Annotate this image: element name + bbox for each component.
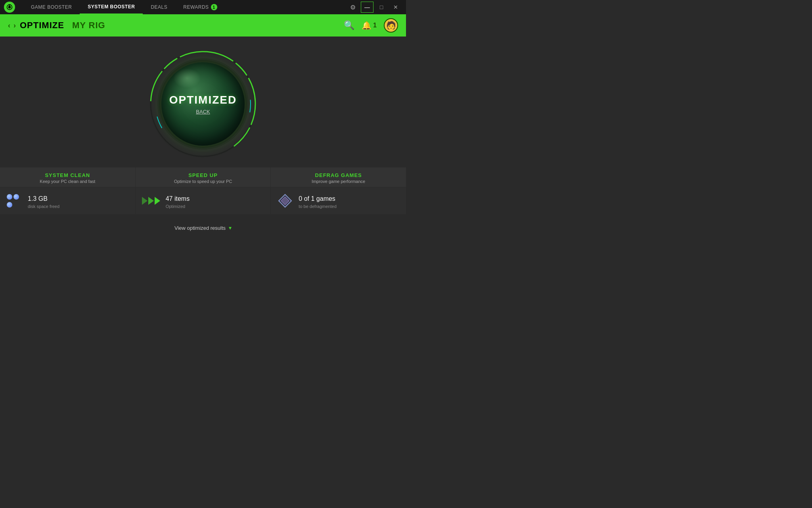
- system-clean-subtitle: Keep your PC clean and fast: [6, 179, 129, 184]
- maximize-button[interactable]: □: [375, 2, 388, 13]
- system-clean-value: 1.3 GB: [28, 193, 59, 203]
- breadcrumb-optimize[interactable]: OPTIMIZE: [20, 20, 64, 31]
- stat-details: 1.3 GB disk space freed 47 items: [0, 187, 406, 214]
- stat-card-defrag: DEFRAG GAMES Improve game performance: [271, 167, 406, 187]
- defrag-icon: [277, 193, 293, 209]
- breadcrumb-myrig[interactable]: MY RIG: [72, 20, 105, 31]
- minimize-button[interactable]: —: [361, 2, 373, 13]
- stat-detail-defrag: 0 of 1 games to be defragmented: [271, 187, 406, 214]
- optimized-label: OPTIMIZED: [169, 94, 237, 106]
- tab-game-booster[interactable]: GAME BOOSTER: [23, 0, 80, 14]
- avatar[interactable]: 🧑: [384, 18, 398, 33]
- search-icon[interactable]: 🔍: [344, 20, 354, 31]
- main-content: OPTIMIZED BACK SYSTEM CLEAN Keep your PC…: [0, 37, 406, 254]
- svg-point-1: [8, 6, 11, 8]
- app-logo: [4, 2, 15, 13]
- svg-point-2: [9, 5, 10, 6]
- defrag-info: 0 of 1 games to be defragmented: [299, 193, 336, 209]
- speed-up-info: 47 items Optimized: [166, 193, 190, 209]
- title-bar-left: GAME BOOSTER SYSTEM BOOSTER DEALS REWARD…: [4, 0, 225, 14]
- stat-card-system-clean: SYSTEM CLEAN Keep your PC clean and fast: [0, 167, 136, 187]
- system-clean-icon: [6, 194, 22, 208]
- tab-system-booster[interactable]: SYSTEM BOOSTER: [80, 0, 143, 14]
- speed-up-icon: [142, 197, 160, 205]
- bell-icon: 🔔: [362, 21, 372, 30]
- forward-arrow[interactable]: ›: [13, 21, 16, 30]
- close-button[interactable]: ✕: [389, 2, 402, 13]
- defrag-value: 0 of 1 games: [299, 193, 336, 203]
- speed-up-desc: Optimized: [166, 204, 190, 209]
- nav-arrows: ‹ ›: [8, 21, 16, 30]
- defrag-subtitle: Improve game performance: [277, 179, 400, 184]
- back-arrow[interactable]: ‹: [8, 21, 10, 30]
- notification-button[interactable]: 🔔 1: [362, 21, 377, 30]
- view-results-button[interactable]: View optimized results ▾: [174, 225, 232, 231]
- stat-detail-system-clean: 1.3 GB disk space freed: [0, 187, 136, 214]
- breadcrumb: OPTIMIZE MY RIG: [20, 20, 105, 31]
- system-clean-title: SYSTEM CLEAN: [6, 172, 129, 178]
- stat-cards-header: SYSTEM CLEAN Keep your PC clean and fast…: [0, 167, 406, 187]
- view-results-label: View optimized results: [174, 225, 226, 231]
- optimized-button[interactable]: OPTIMIZED BACK: [161, 62, 245, 146]
- system-clean-desc: disk space freed: [28, 204, 59, 209]
- notification-count: 1: [373, 22, 377, 29]
- tab-rewards[interactable]: REWARDS 1: [175, 0, 225, 14]
- gear-button[interactable]: ⚙: [347, 2, 359, 13]
- system-clean-info: 1.3 GB disk space freed: [28, 193, 59, 209]
- speed-up-title: SPEED UP: [142, 172, 264, 178]
- stat-card-speed-up: SPEED UP Optimize to speed up your PC: [136, 167, 271, 187]
- stats-section: SYSTEM CLEAN Keep your PC clean and fast…: [0, 167, 406, 231]
- back-link[interactable]: BACK: [196, 109, 210, 115]
- speed-up-value: 47 items: [166, 193, 190, 203]
- stat-detail-speed-up: 47 items Optimized: [136, 187, 271, 214]
- sub-header-right: 🔍 🔔 1 🧑: [344, 18, 398, 33]
- rewards-badge: 1: [211, 4, 217, 10]
- nav-tabs: GAME BOOSTER SYSTEM BOOSTER DEALS REWARD…: [23, 0, 225, 14]
- optimize-circle-container: OPTIMIZED BACK: [147, 48, 259, 160]
- title-bar-right: ⚙ — □ ✕: [347, 2, 402, 13]
- chevron-down-icon: ▾: [229, 225, 232, 231]
- defrag-desc: to be defragmented: [299, 204, 336, 209]
- sub-header: ‹ › OPTIMIZE MY RIG 🔍 🔔 1 🧑: [0, 14, 406, 37]
- title-bar: GAME BOOSTER SYSTEM BOOSTER DEALS REWARD…: [0, 0, 406, 14]
- tab-deals[interactable]: DEALS: [143, 0, 175, 14]
- sub-header-left: ‹ › OPTIMIZE MY RIG: [8, 20, 105, 31]
- defrag-title: DEFRAG GAMES: [277, 172, 400, 178]
- speed-up-subtitle: Optimize to speed up your PC: [142, 179, 264, 184]
